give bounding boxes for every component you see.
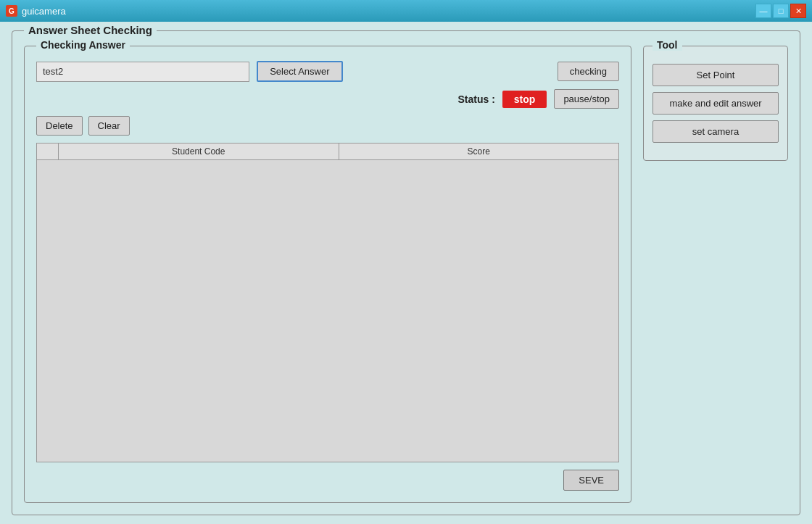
seve-button[interactable]: SEVE: [563, 470, 619, 491]
select-answer-button[interactable]: Select Answer: [257, 61, 342, 82]
tool-panel: Tool Set Point make and edit answer set …: [643, 46, 788, 503]
set-point-button[interactable]: Set Point: [652, 64, 779, 86]
maximize-button[interactable]: □: [773, 4, 789, 18]
title-bar-left: G guicamera: [6, 5, 66, 17]
status-row: Status : stop pause/stop: [457, 89, 619, 109]
table-header: Student Code Score: [37, 144, 618, 160]
window-controls: — □ ✕: [755, 4, 806, 18]
window-title: guicamera: [22, 6, 66, 17]
delete-button[interactable]: Delete: [36, 116, 83, 136]
data-table: Student Code Score: [36, 143, 619, 462]
status-label: Status :: [457, 93, 494, 105]
status-badge: stop: [502, 91, 547, 108]
title-bar: G guicamera — □ ✕: [0, 0, 812, 22]
col-student-code: Student Code: [59, 144, 339, 159]
file-display: test2: [36, 62, 249, 82]
table-body: [37, 160, 618, 458]
col-num: [37, 144, 59, 159]
status-area: Status : stop pause/stop: [36, 89, 619, 109]
main-content: Answer Sheet Checking Checking Answer te…: [0, 22, 812, 524]
outer-group-title: Answer Sheet Checking: [24, 24, 157, 36]
left-panel: Checking Answer test2 Select Answer chec…: [24, 46, 631, 503]
file-value: test2: [43, 66, 63, 77]
set-camera-button[interactable]: set camera: [652, 120, 779, 143]
app-icon: G: [6, 5, 17, 17]
clear-button[interactable]: Clear: [88, 116, 130, 136]
checking-group: Checking Answer test2 Select Answer chec…: [24, 46, 631, 503]
tool-group: Tool Set Point make and edit answer set …: [643, 46, 788, 161]
pause-stop-button[interactable]: pause/stop: [554, 89, 619, 109]
outer-group: Answer Sheet Checking Checking Answer te…: [12, 30, 800, 515]
col-score: Score: [339, 144, 619, 159]
tool-buttons: Set Point make and edit answer set camer…: [652, 64, 779, 149]
seve-row: SEVE: [36, 470, 619, 491]
row1: test2 Select Answer checking: [36, 61, 619, 82]
close-button[interactable]: ✕: [790, 4, 806, 18]
checking-button[interactable]: checking: [558, 62, 619, 81]
delete-clear-row: Delete Clear: [36, 116, 619, 136]
minimize-button[interactable]: —: [755, 4, 771, 18]
checking-group-title: Checking Answer: [36, 39, 130, 51]
make-edit-answer-button[interactable]: make and edit answer: [652, 92, 779, 115]
tool-group-title: Tool: [652, 39, 682, 51]
